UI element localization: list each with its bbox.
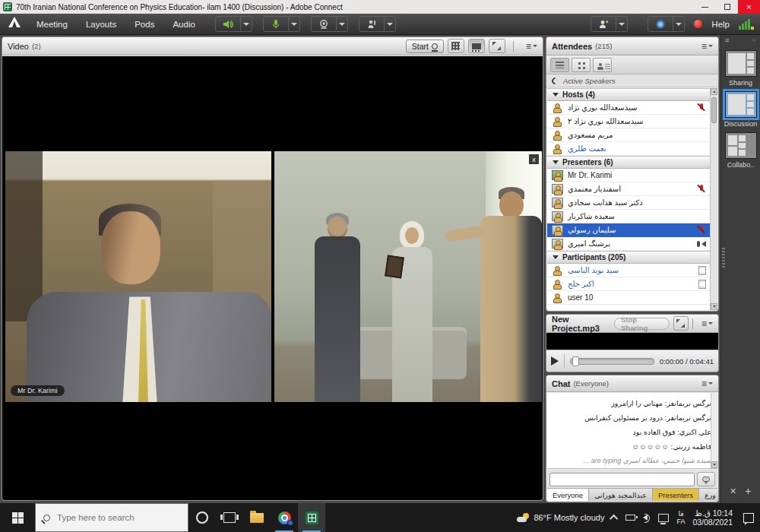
- audio-pod-menu[interactable]: ≡: [701, 318, 713, 329]
- layouts-menu-icon[interactable]: ≡: [725, 36, 729, 44]
- chat-tab-private-1[interactable]: عبدالمجيد هوراني: [589, 489, 653, 501]
- attendee-row[interactable]: دكتر سيد هدايت سجادي: [547, 196, 710, 210]
- webcam-button[interactable]: [311, 16, 337, 32]
- attendees-pod-menu[interactable]: ≡: [701, 41, 713, 52]
- filmstrip-view-button[interactable]: [468, 39, 485, 53]
- chat-tab-presenters[interactable]: Presenters: [653, 489, 699, 501]
- minimize-button[interactable]: [694, 0, 716, 14]
- presenter-webcam-icon: [552, 170, 563, 180]
- attendee-row[interactable]: مريم مسعودي: [547, 128, 710, 142]
- connection-strength-icon[interactable]: [739, 19, 754, 30]
- start-button[interactable]: [0, 503, 35, 532]
- close-layouts-button[interactable]: ×: [730, 485, 736, 497]
- collapse-icon: [553, 255, 559, 259]
- webcam-icon: [432, 43, 438, 49]
- start-webcam-button[interactable]: Start: [406, 40, 444, 53]
- presenters-section-header[interactable]: Presenters (6): [547, 156, 710, 169]
- attendee-row[interactable]: سيدسعدالله نوري نژاد: [547, 101, 710, 115]
- chat-tab-everyone[interactable]: Everyone: [547, 489, 589, 501]
- close-button[interactable]: ×: [738, 0, 760, 14]
- participants-section-header[interactable]: Participants (205): [547, 251, 710, 264]
- speaker-dropdown[interactable]: [241, 16, 252, 32]
- status-view-button[interactable]: [593, 58, 612, 72]
- microphone-dropdown[interactable]: [289, 16, 300, 32]
- attendee-name: اسفنديار معتمدي: [568, 185, 621, 193]
- connection-info-button[interactable]: [648, 16, 673, 32]
- seek-slider-thumb[interactable]: [572, 356, 579, 366]
- chrome-button[interactable]: [271, 503, 298, 532]
- weather-widget[interactable]: 86°F Mostly cloudy: [517, 513, 604, 522]
- attendees-scrollbar[interactable]: [710, 88, 717, 310]
- taskbar-search[interactable]: [35, 503, 188, 532]
- connect-app-button[interactable]: [298, 503, 325, 532]
- scrollbar-thumb[interactable]: [711, 97, 717, 123]
- layout-discussion-selected[interactable]: Discussion: [724, 91, 758, 128]
- hosts-section-header[interactable]: Hosts (4): [547, 88, 710, 101]
- recording-indicator-icon[interactable]: [694, 20, 702, 28]
- status-dropdown[interactable]: [616, 16, 628, 32]
- scroll-down-icon[interactable]: [711, 461, 717, 468]
- audio-pod-title: New Project.mp3: [552, 315, 614, 333]
- network-icon[interactable]: [658, 514, 669, 522]
- attendee-row[interactable]: اسفنديار معتمدي: [547, 182, 710, 196]
- menu-layouts[interactable]: Layouts: [77, 20, 125, 29]
- file-explorer-button[interactable]: [243, 503, 271, 532]
- audio-fullscreen-button[interactable]: [673, 316, 689, 331]
- chat-input[interactable]: [549, 473, 695, 486]
- attendee-row[interactable]: سيدسعدالله نوري نژاد ۲: [547, 115, 710, 128]
- chat-scrollbar[interactable]: [711, 393, 717, 468]
- menu-audio[interactable]: Audio: [163, 20, 204, 29]
- list-view-button[interactable]: [550, 58, 569, 72]
- taskbar-clock[interactable]: 10:14 ق.ظ 03/08/2021: [692, 508, 733, 527]
- attendee-row[interactable]: نعمت طلري: [547, 142, 710, 156]
- help-menu[interactable]: Help: [711, 20, 730, 29]
- raise-hand-dropdown[interactable]: [385, 16, 396, 32]
- maximize-button[interactable]: [716, 0, 738, 14]
- attendee-row[interactable]: پرشنگ اميري: [547, 237, 710, 251]
- scroll-down-icon[interactable]: [711, 303, 717, 310]
- fullscreen-button[interactable]: [489, 39, 505, 53]
- add-layout-button[interactable]: +: [745, 485, 751, 497]
- window-titlebar: 70th Iranian National Conference on Phys…: [0, 0, 760, 14]
- video-pod-menu[interactable]: ≡: [526, 41, 537, 52]
- stop-sharing-button[interactable]: Stop Sharing: [614, 318, 670, 330]
- battery-icon[interactable]: [625, 515, 635, 521]
- volume-icon[interactable]: [643, 515, 648, 521]
- action-center-icon[interactable]: [743, 513, 754, 523]
- layout-collaboration[interactable]: Collabo..: [724, 132, 758, 169]
- language-indicator[interactable]: فا FA: [676, 510, 685, 525]
- active-speakers-bar[interactable]: Active Speakers: [546, 74, 718, 87]
- chat-pod-menu[interactable]: ≡: [701, 378, 713, 389]
- chat-message: نرگس نريمانفر: درود بر مسئولين كنفرانس: [550, 413, 711, 422]
- menu-meeting[interactable]: Meeting: [27, 20, 77, 29]
- connection-info-dropdown[interactable]: [673, 16, 685, 32]
- scroll-up-icon[interactable]: [711, 88, 717, 95]
- video-name-label: Mr Dr. Karimi: [11, 385, 65, 396]
- tray-overflow-icon[interactable]: [610, 515, 618, 523]
- play-button[interactable]: [551, 356, 559, 366]
- sidebar-resize-grip[interactable]: [722, 248, 725, 268]
- task-view-button[interactable]: [216, 503, 243, 532]
- attendee-row[interactable]: اكبر خلج: [547, 277, 710, 291]
- layouts-caret-icon[interactable]: [752, 40, 756, 42]
- webcam-dropdown[interactable]: [337, 16, 348, 32]
- set-status-button[interactable]: [591, 16, 616, 32]
- attendee-row[interactable]: Mr Dr. Karimi: [547, 169, 710, 182]
- raise-hand-button[interactable]: [359, 16, 385, 32]
- cortana-button[interactable]: [188, 503, 216, 532]
- send-message-button[interactable]: [697, 472, 715, 486]
- chat-tab-private-2[interactable]: تهمينه ورع: [699, 489, 719, 501]
- microphone-button[interactable]: [263, 16, 289, 32]
- speaker-button[interactable]: [215, 16, 241, 32]
- breakout-view-button[interactable]: [572, 58, 591, 72]
- seek-slider[interactable]: [570, 358, 654, 365]
- attendee-row[interactable]: user 10: [547, 291, 710, 305]
- search-input[interactable]: [57, 513, 171, 522]
- menu-pods[interactable]: Pods: [125, 20, 163, 29]
- attendee-row-selected[interactable]: سليمان رسولي: [547, 223, 710, 237]
- grid-view-button[interactable]: [448, 39, 464, 53]
- attendee-row[interactable]: سيد نويد الياسي: [547, 264, 710, 277]
- layout-sharing[interactable]: Sharing: [724, 50, 758, 87]
- attendee-row[interactable]: سعيده شاكريار: [547, 210, 710, 223]
- close-video-button[interactable]: x: [529, 154, 539, 164]
